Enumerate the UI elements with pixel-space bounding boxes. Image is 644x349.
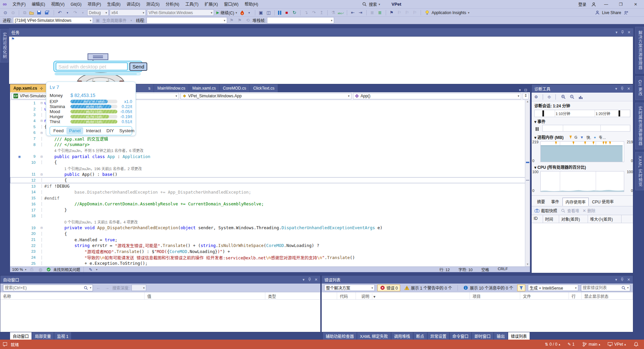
navigate-back-icon[interactable]: ⊙ [2, 10, 9, 15]
eol-indicator[interactable]: CRLF [498, 267, 508, 272]
pen-icon[interactable]: ✎ [87, 267, 94, 272]
events-section-header[interactable]: ▾ 事件 [532, 117, 633, 125]
continue-button[interactable]: ▶ 继续(C) ▾ [215, 10, 238, 15]
undo-icon[interactable]: ↶ [56, 10, 63, 15]
hot-reload-dropdown-icon[interactable]: ▾ [246, 11, 253, 14]
split-editor-icon[interactable]: ⇕ [523, 93, 529, 99]
pin-icon[interactable] [308, 278, 311, 282]
col-suppression[interactable]: 禁止显示状态 [582, 292, 633, 299]
menu-item[interactable]: 帮助(H) [241, 0, 261, 9]
app-insights-button[interactable]: Application Insights ▾ [423, 10, 471, 15]
pet-tab[interactable]: Panel [66, 127, 84, 134]
col-value[interactable]: 值 [145, 292, 265, 299]
restart-icon[interactable]: ↻ [291, 10, 298, 15]
task-flag-icon[interactable]: ⚑ [9, 35, 17, 43]
bottom-dock-tab[interactable]: 即时窗口 [472, 332, 493, 340]
menu-item[interactable]: 项目(P) [85, 0, 104, 9]
stackframe-combo[interactable]: ▾ [267, 17, 334, 23]
warnings-toggle[interactable]: 展示 1 个警告中的 0 个 [403, 285, 453, 291]
editor-tab[interactable]: MainWindow.cs [154, 84, 189, 92]
menu-item[interactable]: 调试(D) [123, 0, 143, 9]
bottom-dock-tab[interactable]: 辅助功能检查器 [323, 332, 357, 340]
menu-item[interactable]: 窗口(W) [221, 0, 241, 9]
chevron-down-icon[interactable]: ▾ [96, 268, 97, 271]
menu-item[interactable]: 扩展(X) [202, 0, 221, 9]
pet-tab[interactable]: System [117, 127, 137, 134]
new-file-icon[interactable]: ⧉ [21, 10, 28, 15]
editor-tab[interactable]: ClickText.cs [250, 84, 278, 92]
column-indicator[interactable]: 字符: 10 [459, 267, 473, 272]
editor-vertical-scrollbar[interactable]: ▲ ▼ [525, 100, 530, 266]
bottom-dock-tab[interactable]: 输出 [494, 332, 507, 340]
bottom-dock-tab[interactable]: 异常设置 [428, 332, 449, 340]
clear-bookmarks-icon[interactable]: ⚐ [412, 10, 418, 15]
menu-item[interactable]: 文件(F) [9, 0, 29, 9]
send-button[interactable]: Send [129, 62, 147, 71]
col-heapsize[interactable]: 堆大小(差异) [588, 215, 622, 223]
redo-dropdown-icon[interactable]: ▾ [79, 11, 86, 14]
menu-item[interactable]: 生成(B) [104, 0, 123, 9]
col-objects[interactable]: 对象(差异) [559, 215, 588, 223]
hot-reload-icon[interactable] [239, 10, 245, 15]
flag-custom-icon[interactable]: ⚑ [236, 18, 243, 23]
errorlist-search[interactable]: ▾ [581, 285, 630, 291]
bottom-dock-tab[interactable]: 自动窗口 [10, 332, 32, 340]
zoom-in-icon[interactable] [560, 94, 566, 100]
flag-thread-icon[interactable]: ⚑ [228, 18, 235, 23]
diagnostics-tab[interactable]: 事件 [548, 198, 562, 206]
uncomment-icon[interactable]: ≣ [377, 10, 383, 15]
menu-item[interactable]: Git(G) [67, 0, 85, 9]
timeline-ruler[interactable]: 1:10分钟 1:20分钟 [534, 110, 630, 117]
search-forward-icon[interactable]: → [104, 285, 110, 290]
search-back-icon[interactable]: ← [95, 285, 102, 290]
pet-tab[interactable]: Interact [83, 127, 104, 134]
col-id[interactable]: ID [532, 215, 543, 223]
right-dock-tab[interactable]: XAML 实时预览 [635, 152, 644, 191]
pin-icon[interactable] [621, 278, 624, 282]
spell-check-icon[interactable]: abc✓ [338, 10, 344, 15]
indent-increase-icon[interactable]: ⇥ [357, 10, 364, 15]
toggle-flagged-icon[interactable]: ⟲ [245, 18, 251, 23]
chart-icon[interactable] [578, 94, 583, 100]
float-window-icon[interactable]: ⊡ [524, 88, 527, 92]
pet-tab[interactable]: Feed [51, 127, 66, 134]
bottom-dock-tab[interactable]: 监视 1 [54, 332, 71, 340]
feedback-icon[interactable] [3, 342, 8, 347]
live-share-button[interactable]: Live Share [595, 10, 642, 15]
col-project[interactable]: 项目 [470, 292, 520, 299]
delete-button[interactable]: ✕ 删除 [583, 208, 595, 213]
cpu-section-header[interactable]: ▾ CPU (所有处理器的百分比) [532, 163, 633, 170]
errorlist-search-input[interactable] [583, 286, 620, 290]
thread-combo[interactable]: ▾ [147, 17, 227, 23]
bottom-dock-tab[interactable]: XAML 绑定失败 [357, 332, 391, 340]
tab-partial[interactable]: s [135, 84, 154, 92]
close-icon[interactable]: ✕ [315, 278, 318, 282]
bookmark-icon[interactable]: ⚑ [388, 10, 395, 15]
right-dock-tab[interactable]: 解决方案资源管理器 [635, 27, 644, 73]
autos-body[interactable] [0, 300, 320, 332]
zoom-level[interactable]: 100 % [12, 267, 23, 271]
chevron-down-icon[interactable]: ▾ [128, 19, 135, 22]
scope-combo[interactable]: 整个解决方案▾ [324, 285, 375, 291]
attach-icon[interactable]: ▣ [258, 10, 264, 15]
health-text[interactable]: 未找到相关问题 [53, 267, 80, 272]
bottom-dock-tab[interactable]: 断点 [414, 332, 427, 340]
zoom-out-icon[interactable] [569, 94, 575, 100]
pin-icon[interactable]: ⊹ [40, 86, 43, 91]
pin-icon[interactable] [621, 30, 624, 35]
export-icon[interactable]: ⎆ [548, 95, 551, 99]
timeline-handle[interactable] [542, 110, 544, 116]
sync-status[interactable]: ⇅ 0 / 0 ▴ [545, 342, 560, 347]
editor-tab[interactable]: CoreMOD.cs [220, 84, 250, 92]
indent-decrease-icon[interactable]: ⇤ [350, 10, 356, 15]
view-heap-button[interactable]: 查看堆 [560, 208, 579, 213]
right-dock-tab[interactable]: 实时属性资源管理器 [635, 103, 644, 149]
close-icon[interactable]: ✕ [627, 87, 630, 91]
take-snapshot-button[interactable]: 截取快照 [534, 208, 557, 213]
member-dropdown[interactable]: App()▾ [353, 93, 521, 99]
window-layout-icon[interactable]: ◫ [265, 10, 272, 15]
line-indicator[interactable]: 行: 12 [439, 267, 450, 272]
close-button[interactable]: ✕ [631, 2, 641, 7]
col-time[interactable]: 时间 [543, 215, 559, 223]
minimize-button[interactable]: — [601, 2, 611, 7]
